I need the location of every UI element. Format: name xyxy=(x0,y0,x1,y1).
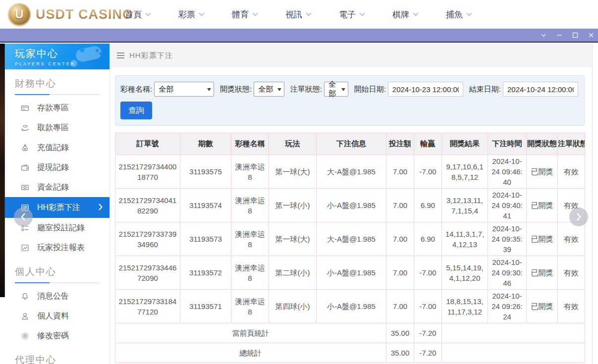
window-controls xyxy=(540,29,594,42)
table-header-cell: 玩法 xyxy=(269,133,317,155)
chevron-right-icon xyxy=(99,204,103,212)
minimize-icon[interactable] xyxy=(556,32,562,39)
sidebar: 玩家中心 PLAYERS CENTER 財務中心 存款專區 取款專區 xyxy=(5,44,110,364)
sidebar-item[interactable]: 充值記錄 xyxy=(5,138,109,157)
table-cell: 18,8,15,13,11,17,3,12 xyxy=(442,290,488,323)
table-header-cell: 開獎狀態 xyxy=(527,133,558,155)
card-icon xyxy=(21,104,29,112)
order-status-select[interactable]: 全部 xyxy=(324,82,348,97)
table-cell: 3,12,13,11,7,1,15,4 xyxy=(442,189,488,222)
nav-item-label: 電子 xyxy=(339,9,356,20)
sidebar-item-label: 充值記錄 xyxy=(37,143,69,153)
table-cell: 7.00 xyxy=(386,189,414,222)
table-cell: -7.00 xyxy=(414,155,442,189)
hand-coins-icon xyxy=(21,124,29,132)
nav-item-label: 捕魚 xyxy=(446,9,463,20)
chevron-down-icon xyxy=(413,10,418,16)
summary-empty xyxy=(442,343,585,363)
nav-item-6[interactable]: 棋牌 xyxy=(392,9,418,20)
table-cell: 5,15,14,19,4,1,12,20 xyxy=(442,256,488,290)
end-date-input[interactable] xyxy=(503,82,578,97)
logo-letter: U xyxy=(15,7,23,21)
filter-panel: 彩種名稱: 全部 開獎狀態: 全部 注單狀態: 全部 開始日期: 結束日期: xyxy=(115,75,585,126)
table-row: 215217297331847712031193571澳洲幸运8第四球(小)小-… xyxy=(115,290,585,323)
sidebar-item[interactable]: 提現記錄 xyxy=(5,157,109,177)
summary-bet-total: 35.00 xyxy=(386,323,414,343)
scroll-left-button[interactable] xyxy=(14,208,33,226)
nav-item-4[interactable]: 視訊 xyxy=(285,9,311,20)
nav-item-label: 棋牌 xyxy=(392,9,409,20)
table-header-cell: 投注額 xyxy=(386,133,414,155)
sidebar-item[interactable]: 取款專區 xyxy=(5,118,109,138)
scroll-right-button[interactable] xyxy=(569,208,588,226)
logo-coin-icon: U xyxy=(8,3,31,26)
lottery-name-select[interactable]: 全部 xyxy=(154,82,214,97)
table-cell: 2152172973404182290 xyxy=(115,189,180,222)
sidebar-item[interactable]: 存款專區 xyxy=(5,98,109,118)
table-cell: 9,17,10,6,18,5,7,12 xyxy=(442,155,488,189)
chevron-down-icon xyxy=(252,10,258,16)
table-header-cell: 彩種名稱 xyxy=(231,133,269,155)
chevron-down-icon xyxy=(359,10,365,16)
sidebar-item[interactable]: 資金記錄 xyxy=(5,177,109,197)
order-status-label: 注單狀態: xyxy=(290,85,322,94)
table-cell: 7.00 xyxy=(386,155,414,189)
section-title: 財務中心 xyxy=(15,77,109,90)
table-cell: 已開獎 xyxy=(527,256,558,290)
draw-status-label: 開獎狀態: xyxy=(220,85,252,94)
table-cell: 7.00 xyxy=(386,256,414,290)
sidebar-item-label: 個人資料 xyxy=(37,311,69,321)
maximize-icon[interactable] xyxy=(572,32,578,39)
gear-icon xyxy=(21,332,29,340)
nav-item-label: 彩票 xyxy=(178,9,195,20)
start-date-label: 開始日期: xyxy=(354,85,386,94)
nav-item-1[interactable]: 首頁 xyxy=(125,9,150,20)
sidebar-item-label: 修改密碼 xyxy=(37,331,69,341)
table-cell: 第一球(大) xyxy=(269,155,317,189)
site-logo[interactable]: U USDT CASINO xyxy=(8,3,133,26)
table-cell: 2024-10-24 09:46:40 xyxy=(488,155,527,189)
table-cell: 31193575 xyxy=(180,155,231,189)
table-row: 215217297337393496031193573澳洲幸运8第一球(大)大-… xyxy=(115,222,585,256)
summary-empty xyxy=(442,323,585,343)
table-cell: 2152172973318477120 xyxy=(115,290,180,323)
bets-table: 訂單號期數彩種名稱玩法下注信息投注額輸贏開獎結果下注時間開獎狀態注單狀態 215… xyxy=(115,133,585,363)
gamepad-icon xyxy=(69,46,106,68)
table-cell: 澳洲幸运8 xyxy=(231,290,269,323)
main-panel: HH彩票下注 彩種名稱: 全部 開獎狀態: 全部 注單狀態: 全部 xyxy=(110,44,593,364)
nav-item-5[interactable]: 電子 xyxy=(339,9,364,20)
nav-item-2[interactable]: 彩票 xyxy=(178,9,204,20)
hamburger-icon[interactable] xyxy=(117,52,124,58)
background-image-strip xyxy=(0,44,5,297)
sidebar-item[interactable]: 消息公告 xyxy=(5,286,109,306)
table-cell: 小-A盤@1.985 xyxy=(317,290,386,323)
chevron-down-icon xyxy=(145,10,151,16)
table-cell: 6.90 xyxy=(414,222,442,256)
table-cell: 澳洲幸运8 xyxy=(231,189,269,222)
table-cell: -7.00 xyxy=(414,256,442,290)
draw-status-select[interactable]: 全部 xyxy=(254,82,284,97)
table-cell: 有效 xyxy=(558,155,585,189)
close-icon[interactable] xyxy=(588,32,594,39)
summary-row: 當前頁統計 35.00 -7.20 xyxy=(115,323,585,343)
table-cell: 第一球(小) xyxy=(269,189,317,222)
table-row: 215217297340418229031193574澳洲幸运8第一球(小)小-… xyxy=(115,189,585,222)
sidebar-item[interactable]: 修改密碼 xyxy=(5,326,109,346)
start-date-input[interactable] xyxy=(388,82,463,97)
table-header-row: 訂單號期數彩種名稱玩法下注信息投注額輸贏開獎結果下注時間開獎狀態注單狀態 xyxy=(115,133,585,155)
section-divider xyxy=(15,282,100,283)
table-cell: 31193573 xyxy=(180,222,231,256)
window-titlebar xyxy=(0,29,598,43)
wallet-icon xyxy=(21,163,29,172)
sidebar-item[interactable]: 個人資料 xyxy=(5,306,109,326)
table-header-cell: 訂單號 xyxy=(115,133,180,155)
sidebar-item[interactable]: 玩家投注報表 xyxy=(5,238,109,258)
table-row: 215217297334467209031193572澳洲幸运8第二球(小)小-… xyxy=(115,256,585,290)
nav-item-3[interactable]: 體育 xyxy=(232,9,257,20)
table-cell: 有效 xyxy=(558,290,585,323)
search-button[interactable]: 查詢 xyxy=(120,102,152,119)
table-cell: 大-A盤@1.985 xyxy=(317,155,386,189)
chevron-down-icon[interactable] xyxy=(540,32,546,39)
section-divider xyxy=(15,94,100,95)
nav-item-7[interactable]: 捕魚 xyxy=(446,9,471,20)
